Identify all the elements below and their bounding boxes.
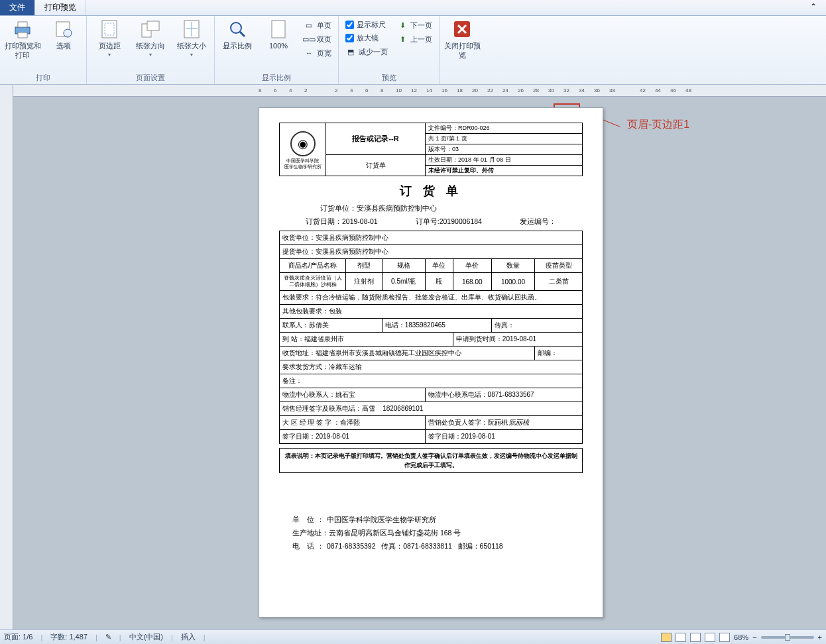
- tab-strip: 文件 打印预览 ⌃: [0, 0, 826, 16]
- zoom-100-button[interactable]: 100%: [260, 19, 297, 50]
- page-width-icon: ↔: [304, 48, 314, 58]
- page-100-icon: [268, 19, 289, 40]
- svg-line-13: [240, 32, 245, 36]
- zoom-level[interactable]: 68%: [734, 633, 748, 641]
- tab-file[interactable]: 文件: [0, 0, 35, 15]
- header-table: ◉ 中国医学科学院医学生物学研究所 报告或记录--R 文件编号：RDR00-02…: [279, 123, 583, 176]
- zoom-slider[interactable]: [761, 636, 814, 639]
- ribbon-collapse-icon[interactable]: ⌃: [801, 0, 826, 15]
- orientation-icon: [140, 19, 161, 40]
- view-print-layout-icon[interactable]: [661, 633, 672, 642]
- close-preview-button[interactable]: 关闭打印预览: [443, 19, 481, 60]
- arrow-down-icon: ⬇: [397, 20, 408, 30]
- svg-point-12: [231, 23, 241, 33]
- margins-icon: [99, 19, 120, 40]
- magnifier-checkbox[interactable]: [345, 34, 354, 42]
- show-ruler-checkbox[interactable]: [345, 21, 354, 29]
- group-preview-label: 预览: [343, 72, 435, 83]
- doc-footer: 单 位：中国医学科学院医学生物学研究所 生产地址：云南省昆明高新区马金铺灯盏花街…: [279, 513, 583, 553]
- printer-icon: [12, 19, 33, 40]
- arrow-up-icon: ⬆: [397, 34, 408, 44]
- spellcheck-icon[interactable]: ✎: [105, 633, 111, 641]
- paper-size-icon: [181, 19, 202, 40]
- zoom-in-button[interactable]: +: [818, 633, 822, 641]
- preview-canvas[interactable]: 页眉-页边距1 ◉ 中国医学科学院医学生物学研究所 报告或记录--R 文件编号：…: [13, 97, 826, 629]
- one-page-icon: ▭: [304, 20, 314, 30]
- svg-point-4: [64, 29, 72, 37]
- magnifier-check[interactable]: 放大镜: [343, 32, 390, 44]
- order-title: 订 货 单: [279, 183, 583, 199]
- group-page-setup-label: 页面设置: [91, 72, 210, 83]
- show-ruler-check[interactable]: 显示标尺: [343, 19, 390, 31]
- close-icon: [451, 19, 473, 40]
- view-web-icon[interactable]: [690, 633, 701, 642]
- status-bar: 页面: 1/6| 字数: 1,487| ✎| 中文(中国)| 插入| 68% −…: [0, 629, 826, 644]
- workspace: 8642246810121416182022242628303234363842…: [0, 85, 826, 629]
- prev-page-button[interactable]: ⬆上一页: [394, 32, 435, 46]
- order-body-table: 收货单位：安溪县疾病预防控制中心 提货单位：安溪县疾病预防控制中心 商品名/产品…: [279, 231, 583, 444]
- zoom-out-button[interactable]: −: [752, 633, 756, 641]
- next-page-button[interactable]: ⬇下一页: [394, 19, 435, 32]
- zoom-handle[interactable]: [785, 634, 790, 641]
- tab-print-preview[interactable]: 打印预览: [35, 0, 86, 15]
- horizontal-ruler: 8642246810121416182022242628303234363842…: [13, 85, 826, 97]
- options-icon: [53, 19, 74, 40]
- group-print-label: 打印: [4, 72, 82, 83]
- paper-size-button[interactable]: 纸张大小▾: [173, 19, 210, 60]
- ribbon: 打印预览和打印 选项 打印 页边距▾ 纸张方向▾ 纸张大小▾ 页面设置: [0, 16, 826, 85]
- svg-rect-1: [18, 22, 27, 27]
- two-page-button[interactable]: ▭▭双页: [301, 32, 334, 46]
- two-page-icon: ▭▭: [304, 34, 314, 44]
- shrink-one-page-button[interactable]: ⬒减少一页: [343, 45, 390, 58]
- magnifier-icon: [227, 19, 248, 40]
- svg-rect-8: [147, 21, 159, 30]
- print-preview-and-print-button[interactable]: 打印预览和打印: [4, 19, 41, 60]
- callout-label: 页眉-页边距1: [627, 118, 689, 132]
- document-page: ◉ 中国医学科学院医学生物学研究所 报告或记录--R 文件编号：RDR00-02…: [259, 107, 603, 617]
- status-insert-mode[interactable]: 插入: [181, 632, 196, 642]
- svg-rect-14: [272, 21, 285, 38]
- page-width-button[interactable]: ↔页宽: [301, 46, 334, 60]
- logo-icon: ◉: [290, 131, 316, 156]
- view-outline-icon[interactable]: [705, 633, 715, 642]
- one-page-button[interactable]: ▭单页: [301, 19, 334, 32]
- view-draft-icon[interactable]: [719, 633, 730, 642]
- shrink-icon: ⬒: [345, 46, 356, 57]
- svg-rect-5: [102, 21, 117, 38]
- vertical-ruler: [0, 85, 13, 629]
- orientation-button[interactable]: 纸张方向▾: [132, 19, 169, 60]
- status-word-count[interactable]: 字数: 1,487: [50, 632, 88, 642]
- options-button[interactable]: 选项: [45, 19, 82, 50]
- note-box: 填表说明：本页记录电子版打印填写。营销处负责人签字确认后订单填表生效，发运编号待…: [279, 448, 583, 473]
- view-reading-icon[interactable]: [676, 633, 686, 642]
- svg-rect-2: [18, 32, 27, 38]
- status-page[interactable]: 页面: 1/6: [4, 632, 32, 642]
- group-zoom-label: 显示比例: [219, 72, 334, 83]
- margins-button[interactable]: 页边距▾: [91, 19, 128, 60]
- status-language[interactable]: 中文(中国): [129, 632, 163, 642]
- zoom-button[interactable]: 显示比例: [219, 19, 256, 50]
